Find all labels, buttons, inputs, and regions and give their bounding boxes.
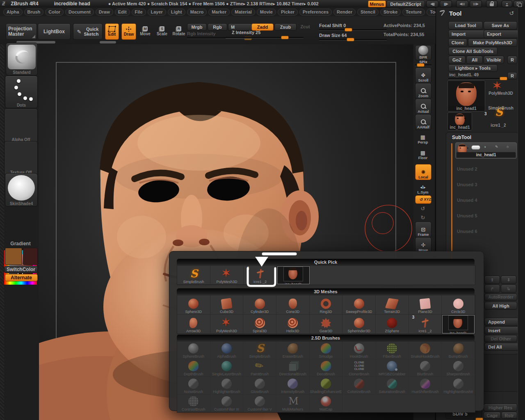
- subtool-unused-slot[interactable]: Unused 5: [457, 213, 518, 218]
- spix-handle[interactable]: [417, 63, 425, 67]
- subtool-moveup-button[interactable]: ↱: [484, 285, 500, 293]
- brush-item[interactable]: ShadingEnhancerE: [310, 377, 343, 395]
- brush-item[interactable]: PaintBrush: [243, 359, 276, 377]
- brush-item[interactable]: EraserBrush: [276, 342, 310, 359]
- current-tool-thumbnail[interactable]: inc_head1: [447, 80, 485, 112]
- brush-item[interactable]: Smudge: [310, 342, 343, 359]
- subtool-unused-slot[interactable]: Unused 2: [457, 167, 518, 171]
- export-button[interactable]: Export: [484, 30, 520, 38]
- restore-config-icon[interactable]: [509, 9, 514, 17]
- quick-pick-header[interactable]: Quick Pick: [177, 259, 475, 265]
- subtool-unused-slot[interactable]: Unused 3: [457, 182, 518, 187]
- mesh-item[interactable]: Cone3D: [276, 295, 310, 315]
- mesh-item[interactable]: Helix3D: [276, 315, 310, 334]
- brush-item[interactable]: HueShifterBrush: [409, 377, 442, 395]
- subtool-active-item[interactable]: ◑ ✎ ○ inc_head1: [455, 142, 517, 159]
- menu-item[interactable]: Movie: [257, 9, 276, 16]
- focal-shift-handle[interactable]: [345, 28, 352, 32]
- scale-button[interactable]: SScale: [154, 23, 170, 39]
- menu-item[interactable]: File: [132, 9, 146, 16]
- focal-shift-slider[interactable]: Focal Shift 0: [319, 23, 346, 28]
- autoreorder-button[interactable]: AutoReorder: [484, 294, 517, 301]
- mesh-item[interactable]: Gear3D: [310, 315, 343, 334]
- divider-right-icon[interactable]: [470, 0, 482, 7]
- menu-item[interactable]: Macro: [187, 9, 207, 16]
- del-all-button[interactable]: Del All: [484, 343, 520, 351]
- frame-button[interactable]: ⊡Frame: [415, 221, 431, 237]
- brush-item[interactable]: SphereBrush: [177, 342, 210, 359]
- xyz-button[interactable]: ↺XYZ: [415, 195, 431, 204]
- quick-sketch-button[interactable]: Quick Sketch: [73, 23, 103, 40]
- goz-button[interactable]: GoZ: [448, 56, 466, 64]
- menu-item[interactable]: Light: [168, 9, 185, 16]
- brush-item[interactable]: CustomFilter III: [210, 395, 244, 412]
- higher-res-button[interactable]: Higher Res: [484, 404, 517, 411]
- z-intensity-slider[interactable]: Z Intensity 25: [232, 30, 260, 35]
- shelf-scrollbar-2[interactable]: [100, 41, 116, 43]
- zsub-button[interactable]: Zsub: [274, 23, 297, 31]
- make-polymesh3d-button[interactable]: Make PolyMesh3D: [468, 39, 517, 47]
- brush-item[interactable]: HighlighterBrushII: [442, 377, 475, 395]
- default-zscript-button[interactable]: DefaultZScript: [386, 0, 425, 7]
- scroll-left-icon[interactable]: [426, 0, 438, 7]
- goz-visible-button[interactable]: Visible: [484, 56, 504, 64]
- mesh-item[interactable]: Arrow3D: [177, 315, 210, 334]
- brush-item[interactable]: MatCap: [310, 395, 343, 412]
- divider-left-icon[interactable]: [456, 0, 468, 7]
- projection-master-button[interactable]: Projection Master: [6, 23, 37, 40]
- subtool-movedown-button[interactable]: ↳: [501, 285, 516, 293]
- menus-button[interactable]: Menus: [368, 0, 386, 7]
- tool-name-slider[interactable]: inc_head1. 49: [449, 72, 479, 77]
- append-button[interactable]: Append: [484, 318, 520, 326]
- mrgb-button[interactable]: Mrgb: [187, 23, 207, 31]
- rotate-button[interactable]: RRotate: [171, 23, 187, 39]
- menu-item[interactable]: Stroke: [380, 9, 401, 16]
- lock-icon[interactable]: [486, 0, 498, 7]
- all-high-button[interactable]: All High: [484, 302, 517, 310]
- del-other-button[interactable]: Del Other: [484, 335, 517, 342]
- tool-r-button[interactable]: R: [507, 72, 517, 80]
- brush-item[interactable]: SimpleBrush: [243, 342, 276, 359]
- brush-item[interactable]: HookBrush: [342, 342, 376, 359]
- minimize-icon[interactable]: [502, 0, 512, 7]
- menu-item[interactable]: Render: [333, 9, 356, 16]
- brushes-25d-header[interactable]: 2.5D Brushes: [177, 335, 475, 341]
- subtool-down-button[interactable]: ⬇: [501, 276, 516, 284]
- tool-palette-header[interactable]: Tool: [439, 9, 516, 18]
- brush-item[interactable]: SnakeHookBrush: [409, 342, 442, 359]
- gradient-button[interactable]: Gradient: [4, 240, 37, 247]
- left-divider[interactable]: [0, 44, 4, 420]
- mesh-item[interactable]: Cube3D: [210, 295, 244, 315]
- paintbrush-toggle-icon[interactable]: ✎: [495, 145, 498, 149]
- menu-item[interactable]: Texture: [402, 9, 425, 16]
- aahalf-button[interactable]: AAHalf: [415, 114, 431, 130]
- menu-item[interactable]: Marker: [208, 9, 230, 16]
- edit-button[interactable]: Edit: [105, 23, 119, 40]
- goz-all-button[interactable]: All: [466, 56, 483, 64]
- save-as-button[interactable]: Save As: [484, 21, 517, 30]
- focal-shift-track[interactable]: [319, 29, 387, 31]
- draw-size-handle[interactable]: [347, 38, 354, 41]
- brush-item[interactable]: AlphaBrush: [210, 342, 244, 359]
- rstr-button[interactable]: Rstr: [501, 412, 517, 419]
- mesh-item[interactable]: ZSphere: [376, 315, 409, 334]
- quick-pick-item[interactable]: PolyMesh3D: [210, 266, 244, 285]
- local-button[interactable]: ✺Local: [415, 164, 431, 180]
- menu-item[interactable]: Draw: [96, 9, 113, 16]
- switch-color-button[interactable]: SwitchColor: [4, 266, 38, 273]
- insert-button[interactable]: Insert: [484, 326, 520, 334]
- rgb-intensity-slider[interactable]: Rgb Intensity: [187, 31, 216, 36]
- mesh-item[interactable]: Spiral3D: [243, 315, 276, 334]
- brush-item[interactable]: SingleLayerBrush: [210, 359, 244, 377]
- mesh-item[interactable]: Ring3D: [310, 295, 343, 315]
- mesh-item[interactable]: inc_head1: [442, 315, 475, 334]
- subtool-up-button[interactable]: ⬆: [484, 276, 500, 284]
- quick-pick-item[interactable]: SimpleBrush: [177, 266, 210, 285]
- menu-item[interactable]: Alpha: [3, 9, 23, 16]
- stroke-selector[interactable]: Dots: [5, 75, 38, 108]
- recent-tool-thumbnail[interactable]: inc_head1: [447, 112, 472, 130]
- sdiv-handle[interactable]: [475, 418, 483, 420]
- brush-selector[interactable]: Standard: [6, 43, 38, 75]
- brush-item[interactable]: CustomFilter V: [243, 395, 276, 412]
- main-color-swatch[interactable]: [5, 248, 22, 265]
